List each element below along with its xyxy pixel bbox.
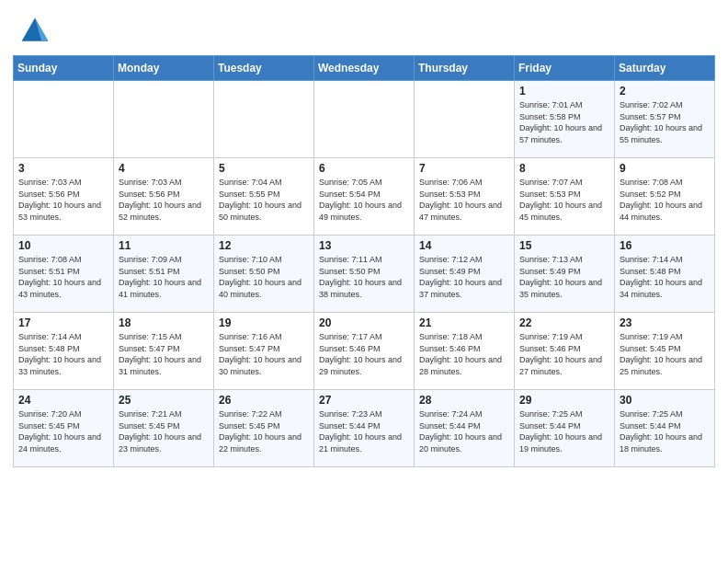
day-number: 21	[419, 316, 509, 329]
day-number: 7	[419, 162, 509, 175]
weekday-header-tuesday: Tuesday	[214, 56, 314, 81]
weekday-header-saturday: Saturday	[615, 56, 715, 81]
day-info: Sunrise: 7:03 AM Sunset: 5:56 PM Dayligh…	[119, 177, 209, 223]
day-cell	[114, 81, 214, 158]
day-info: Sunrise: 7:25 AM Sunset: 5:44 PM Dayligh…	[620, 408, 710, 454]
day-number: 5	[219, 162, 309, 175]
day-info: Sunrise: 7:17 AM Sunset: 5:46 PM Dayligh…	[319, 331, 409, 377]
day-cell: 26Sunrise: 7:22 AM Sunset: 5:45 PM Dayli…	[214, 390, 314, 467]
day-number: 23	[620, 316, 710, 329]
day-info: Sunrise: 7:20 AM Sunset: 5:45 PM Dayligh…	[18, 408, 108, 454]
day-cell: 8Sunrise: 7:07 AM Sunset: 5:53 PM Daylig…	[515, 158, 615, 236]
day-number: 4	[119, 162, 209, 175]
day-number: 2	[620, 85, 710, 98]
day-info: Sunrise: 7:16 AM Sunset: 5:47 PM Dayligh…	[219, 331, 309, 377]
day-number: 11	[119, 239, 209, 252]
day-info: Sunrise: 7:04 AM Sunset: 5:55 PM Dayligh…	[219, 177, 309, 223]
day-number: 15	[519, 239, 609, 252]
week-row-3: 17Sunrise: 7:14 AM Sunset: 5:48 PM Dayli…	[14, 313, 715, 390]
day-cell: 23Sunrise: 7:19 AM Sunset: 5:45 PM Dayli…	[615, 313, 715, 390]
day-number: 12	[219, 239, 309, 252]
day-number: 30	[620, 394, 710, 407]
day-info: Sunrise: 7:10 AM Sunset: 5:50 PM Dayligh…	[219, 254, 309, 300]
weekday-header-thursday: Thursday	[415, 56, 515, 81]
day-cell: 15Sunrise: 7:13 AM Sunset: 5:49 PM Dayli…	[515, 236, 615, 313]
day-info: Sunrise: 7:14 AM Sunset: 5:48 PM Dayligh…	[620, 254, 710, 300]
logo-icon	[18, 15, 51, 48]
day-number: 14	[419, 239, 509, 252]
day-cell	[214, 81, 314, 158]
day-info: Sunrise: 7:02 AM Sunset: 5:57 PM Dayligh…	[620, 99, 710, 145]
day-info: Sunrise: 7:09 AM Sunset: 5:51 PM Dayligh…	[119, 254, 209, 300]
calendar-table: SundayMondayTuesdayWednesdayThursdayFrid…	[13, 55, 715, 467]
day-info: Sunrise: 7:19 AM Sunset: 5:46 PM Dayligh…	[519, 331, 609, 377]
week-row-0: 1Sunrise: 7:01 AM Sunset: 5:58 PM Daylig…	[14, 81, 715, 158]
day-number: 3	[18, 162, 108, 175]
day-cell: 30Sunrise: 7:25 AM Sunset: 5:44 PM Dayli…	[615, 390, 715, 467]
day-cell: 29Sunrise: 7:25 AM Sunset: 5:44 PM Dayli…	[515, 390, 615, 467]
weekday-header-friday: Friday	[515, 56, 615, 81]
day-number: 6	[319, 162, 409, 175]
day-info: Sunrise: 7:23 AM Sunset: 5:44 PM Dayligh…	[319, 408, 409, 454]
day-number: 24	[18, 394, 108, 407]
day-info: Sunrise: 7:07 AM Sunset: 5:53 PM Dayligh…	[519, 177, 609, 223]
day-number: 9	[620, 162, 710, 175]
day-cell: 20Sunrise: 7:17 AM Sunset: 5:46 PM Dayli…	[314, 313, 415, 390]
day-cell: 16Sunrise: 7:14 AM Sunset: 5:48 PM Dayli…	[615, 236, 715, 313]
day-cell: 21Sunrise: 7:18 AM Sunset: 5:46 PM Dayli…	[415, 313, 515, 390]
day-cell: 22Sunrise: 7:19 AM Sunset: 5:46 PM Dayli…	[515, 313, 615, 390]
weekday-header-monday: Monday	[114, 56, 214, 81]
day-number: 20	[319, 316, 409, 329]
day-number: 13	[319, 239, 409, 252]
day-cell: 27Sunrise: 7:23 AM Sunset: 5:44 PM Dayli…	[314, 390, 415, 467]
day-number: 28	[419, 394, 509, 407]
day-cell: 10Sunrise: 7:08 AM Sunset: 5:51 PM Dayli…	[14, 236, 114, 313]
day-cell	[415, 81, 515, 158]
day-cell: 13Sunrise: 7:11 AM Sunset: 5:50 PM Dayli…	[314, 236, 415, 313]
day-cell: 28Sunrise: 7:24 AM Sunset: 5:44 PM Dayli…	[415, 390, 515, 467]
day-cell: 19Sunrise: 7:16 AM Sunset: 5:47 PM Dayli…	[214, 313, 314, 390]
day-cell: 17Sunrise: 7:14 AM Sunset: 5:48 PM Dayli…	[14, 313, 114, 390]
day-number: 25	[119, 394, 209, 407]
day-info: Sunrise: 7:19 AM Sunset: 5:45 PM Dayligh…	[620, 331, 710, 377]
day-info: Sunrise: 7:22 AM Sunset: 5:45 PM Dayligh…	[219, 408, 309, 454]
day-info: Sunrise: 7:24 AM Sunset: 5:44 PM Dayligh…	[419, 408, 509, 454]
day-cell	[14, 81, 114, 158]
day-cell: 2Sunrise: 7:02 AM Sunset: 5:57 PM Daylig…	[615, 81, 715, 158]
day-info: Sunrise: 7:06 AM Sunset: 5:53 PM Dayligh…	[419, 177, 509, 223]
day-cell: 3Sunrise: 7:03 AM Sunset: 5:56 PM Daylig…	[14, 158, 114, 236]
day-cell: 5Sunrise: 7:04 AM Sunset: 5:55 PM Daylig…	[214, 158, 314, 236]
day-info: Sunrise: 7:05 AM Sunset: 5:54 PM Dayligh…	[319, 177, 409, 223]
day-number: 27	[319, 394, 409, 407]
day-cell: 1Sunrise: 7:01 AM Sunset: 5:58 PM Daylig…	[515, 81, 615, 158]
day-number: 26	[219, 394, 309, 407]
calendar: SundayMondayTuesdayWednesdayThursdayFrid…	[0, 55, 728, 563]
header	[0, 0, 728, 55]
day-cell: 7Sunrise: 7:06 AM Sunset: 5:53 PM Daylig…	[415, 158, 515, 236]
day-info: Sunrise: 7:01 AM Sunset: 5:58 PM Dayligh…	[519, 99, 609, 145]
day-info: Sunrise: 7:08 AM Sunset: 5:51 PM Dayligh…	[18, 254, 108, 300]
day-info: Sunrise: 7:14 AM Sunset: 5:48 PM Dayligh…	[18, 331, 108, 377]
week-row-4: 24Sunrise: 7:20 AM Sunset: 5:45 PM Dayli…	[14, 390, 715, 467]
day-info: Sunrise: 7:13 AM Sunset: 5:49 PM Dayligh…	[519, 254, 609, 300]
day-cell: 18Sunrise: 7:15 AM Sunset: 5:47 PM Dayli…	[114, 313, 214, 390]
week-row-2: 10Sunrise: 7:08 AM Sunset: 5:51 PM Dayli…	[14, 236, 715, 313]
day-cell: 6Sunrise: 7:05 AM Sunset: 5:54 PM Daylig…	[314, 158, 415, 236]
day-cell: 9Sunrise: 7:08 AM Sunset: 5:52 PM Daylig…	[615, 158, 715, 236]
weekday-header-sunday: Sunday	[14, 56, 114, 81]
day-info: Sunrise: 7:25 AM Sunset: 5:44 PM Dayligh…	[519, 408, 609, 454]
day-number: 29	[519, 394, 609, 407]
week-row-1: 3Sunrise: 7:03 AM Sunset: 5:56 PM Daylig…	[14, 158, 715, 236]
day-cell: 24Sunrise: 7:20 AM Sunset: 5:45 PM Dayli…	[14, 390, 114, 467]
day-number: 10	[18, 239, 108, 252]
day-info: Sunrise: 7:03 AM Sunset: 5:56 PM Dayligh…	[18, 177, 108, 223]
day-info: Sunrise: 7:15 AM Sunset: 5:47 PM Dayligh…	[119, 331, 209, 377]
day-number: 19	[219, 316, 309, 329]
day-number: 1	[519, 85, 609, 98]
weekday-header-wednesday: Wednesday	[314, 56, 415, 81]
day-cell	[314, 81, 415, 158]
day-info: Sunrise: 7:12 AM Sunset: 5:49 PM Dayligh…	[419, 254, 509, 300]
day-number: 8	[519, 162, 609, 175]
day-info: Sunrise: 7:21 AM Sunset: 5:45 PM Dayligh…	[119, 408, 209, 454]
day-number: 18	[119, 316, 209, 329]
